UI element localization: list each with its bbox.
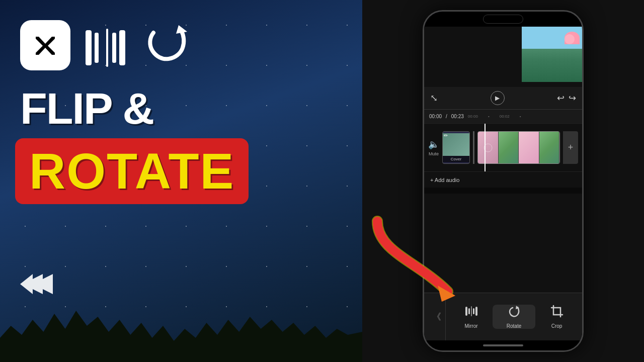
- left-panel: FLIP & ROTATE: [0, 0, 362, 362]
- crop-icon: [550, 305, 564, 321]
- svg-rect-0: [86, 30, 92, 65]
- mute-label: Mute: [429, 151, 439, 156]
- svg-marker-6: [20, 274, 53, 294]
- redo-icon[interactable]: ↪: [569, 93, 576, 104]
- mute-button[interactable]: 🔈 Mute: [428, 139, 439, 156]
- mute-icon: 🔈: [428, 139, 439, 150]
- section-spacer: [424, 188, 582, 194]
- play-button[interactable]: ▶: [491, 91, 505, 105]
- svg-rect-12: [471, 306, 472, 316]
- svg-rect-13: [473, 308, 474, 314]
- clip-separator: [473, 131, 474, 164]
- clip-thumb-1: [478, 132, 499, 163]
- rotate-icon-graphic: [146, 23, 191, 69]
- svg-rect-1: [95, 33, 99, 63]
- home-indicator: [424, 340, 582, 350]
- phone-mockup: ⤡ ▶ ↩ ↪ 00:00 / 00:23 00:00 • 00:02 •: [423, 10, 584, 352]
- undo-icon[interactable]: ↩: [557, 93, 565, 104]
- cover-clip[interactable]: ✏ Cover: [442, 131, 470, 164]
- fullscreen-icon[interactable]: ⤡: [430, 93, 438, 104]
- flip-and-text: FLIP &: [20, 83, 153, 134]
- playhead: [485, 124, 486, 171]
- video-preview: [424, 27, 582, 87]
- total-time: 00:23: [451, 114, 464, 119]
- bottom-toolbar: 《 Mirror: [424, 293, 582, 350]
- time-separator: /: [446, 114, 447, 119]
- clip-thumb-3: [519, 132, 539, 163]
- rotate-icon: [508, 305, 521, 321]
- svg-marker-5: [176, 25, 187, 34]
- play-icon: ▶: [495, 95, 500, 102]
- svg-rect-2: [106, 29, 108, 67]
- marker-dot-1: •: [488, 114, 490, 119]
- clip-thumb-2: [499, 132, 519, 163]
- svg-rect-4: [119, 30, 125, 65]
- svg-rect-10: [465, 307, 467, 316]
- add-icon: +: [568, 142, 574, 153]
- flip-icon-graphic: [83, 28, 133, 68]
- rotate-banner: ROTATE: [15, 138, 249, 204]
- add-audio-row[interactable]: + Add audio: [424, 171, 582, 188]
- mirror-icon: [465, 305, 478, 321]
- dynamic-island: [483, 15, 523, 24]
- home-bar: [483, 344, 523, 346]
- add-clip-button[interactable]: +: [563, 131, 578, 164]
- mirror-tool-button[interactable]: Mirror: [450, 305, 493, 329]
- crop-tool-button[interactable]: Crop: [535, 305, 578, 329]
- marker-dot-2: •: [520, 114, 521, 119]
- timeline-markers: 00:00 • 00:02 •: [468, 114, 577, 119]
- clip-thumb-4: [539, 132, 560, 163]
- right-panel: ⤡ ▶ ↩ ↪ 00:00 / 00:23 00:00 • 00:02 •: [362, 0, 644, 362]
- svg-rect-3: [112, 33, 116, 63]
- rotate-label: Rotate: [507, 323, 521, 329]
- capcut-logo-box: [20, 20, 70, 70]
- video-strip[interactable]: [477, 131, 560, 164]
- add-audio-text: + Add audio: [430, 177, 459, 183]
- back-icon: 《: [432, 311, 441, 323]
- undo-redo-group: ↩ ↪: [557, 93, 576, 104]
- cover-image: ✏: [443, 133, 469, 156]
- preview-thumbnail: [522, 27, 582, 82]
- rotate-text: ROTATE: [29, 142, 234, 200]
- crop-label: Crop: [551, 323, 562, 329]
- current-time: 00:00: [429, 114, 442, 119]
- editor-toolbar: ⤡ ▶ ↩ ↪: [424, 87, 582, 110]
- marker-1: 00:00: [468, 114, 478, 119]
- phone-screen: ⤡ ▶ ↩ ↪ 00:00 / 00:23 00:00 • 00:02 •: [424, 27, 582, 338]
- back-button[interactable]: 《: [428, 293, 446, 340]
- svg-rect-14: [475, 307, 477, 316]
- marker-2: 00:02: [500, 114, 510, 119]
- rotate-tool-button[interactable]: Rotate: [493, 305, 535, 329]
- tools-row: 《 Mirror: [424, 293, 582, 340]
- mirror-label: Mirror: [464, 323, 477, 329]
- svg-rect-11: [468, 308, 470, 314]
- chevron-arrows: [20, 272, 80, 297]
- cover-label: Cover: [443, 156, 469, 162]
- preview-content: [522, 27, 582, 82]
- capcut-logo-icon: [28, 28, 63, 63]
- clips-area: 🔈 Mute ✏ Cover: [424, 124, 582, 171]
- phone-notch: [424, 12, 582, 27]
- timeline-ruler: 00:00 / 00:23 00:00 • 00:02 •: [424, 110, 582, 124]
- svg-rect-16: [553, 308, 560, 315]
